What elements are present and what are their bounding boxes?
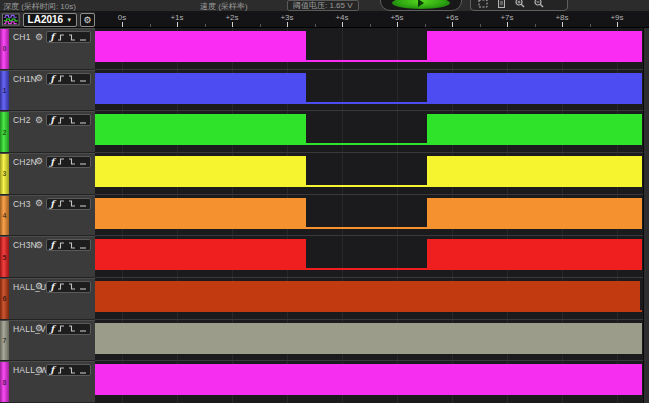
trigger-select-group[interactable]: ƒ <box>46 156 91 168</box>
channel-settings-gear-icon[interactable]: ⚙ <box>35 73 43 84</box>
trigger-falling-edge-icon[interactable] <box>68 199 76 208</box>
trigger-f-icon[interactable]: ƒ <box>50 324 54 334</box>
trigger-select-group[interactable]: ƒ <box>46 31 91 43</box>
channel-settings-gear-icon[interactable]: ⚙ <box>35 115 43 126</box>
channel-settings-gear-icon[interactable]: ⚙ <box>35 323 43 334</box>
trigger-low-level-icon[interactable] <box>79 282 87 291</box>
trigger-low-level-icon[interactable] <box>79 366 87 375</box>
trigger-rising-edge-icon[interactable] <box>57 282 65 291</box>
trigger-rising-edge-icon[interactable] <box>57 241 65 250</box>
trigger-f-icon[interactable]: ƒ <box>50 115 54 125</box>
channel-header-icons: ⚙ƒ <box>35 73 91 85</box>
waveform-lane[interactable] <box>95 111 643 153</box>
trigger-falling-edge-icon[interactable] <box>68 366 76 375</box>
device-settings-button[interactable]: ⚙ <box>80 13 95 27</box>
signal-high-segment <box>95 364 642 395</box>
trigger-falling-edge-icon[interactable] <box>68 33 76 42</box>
time-ruler[interactable]: 0s+1s+2s+3s+4s+5s+6s+7s+8s+9s <box>95 12 649 28</box>
trigger-falling-edge-icon[interactable] <box>68 324 76 333</box>
trigger-low-level-icon[interactable] <box>79 324 87 333</box>
ruler-major-tick <box>232 22 233 27</box>
waveform-lane[interactable] <box>95 195 643 237</box>
signal-high-segment <box>427 239 642 270</box>
signal-low-segment <box>306 102 427 104</box>
trigger-rising-edge-icon[interactable] <box>57 324 65 333</box>
channel-settings-gear-icon[interactable]: ⚙ <box>35 240 43 251</box>
trigger-select-group[interactable]: ƒ <box>46 281 91 293</box>
waveform-lane[interactable] <box>95 278 643 320</box>
trigger-select-group[interactable]: ƒ <box>46 364 91 376</box>
zoom-in-icon[interactable] <box>515 0 525 8</box>
trigger-f-icon[interactable]: ƒ <box>50 240 54 250</box>
trigger-select-group[interactable]: ƒ <box>46 73 91 85</box>
trigger-falling-edge-icon[interactable] <box>68 74 76 83</box>
channel-number: 1 <box>3 87 7 94</box>
channel-header: 8HALL_W⚙ƒ <box>0 361 95 403</box>
trigger-rising-edge-icon[interactable] <box>57 157 65 166</box>
channel-header-icons: ⚙ƒ <box>35 323 91 335</box>
trigger-f-icon[interactable]: ƒ <box>50 199 54 209</box>
trigger-f-icon[interactable]: ƒ <box>50 74 54 84</box>
trigger-f-icon[interactable]: ƒ <box>50 32 54 42</box>
trigger-f-icon[interactable]: ƒ <box>50 282 54 292</box>
trigger-rising-edge-icon[interactable] <box>57 199 65 208</box>
waveform-lane[interactable] <box>95 28 643 70</box>
channel-color-strip: 7 <box>0 321 9 361</box>
scrollbar-thumb[interactable] <box>644 28 649 403</box>
ruler-tick-label: +8s <box>555 13 568 22</box>
selection-box-icon[interactable] <box>478 0 488 8</box>
trigger-falling-edge-icon[interactable] <box>68 116 76 125</box>
channel-number: 3 <box>3 170 7 177</box>
trigger-rising-edge-icon[interactable] <box>57 366 65 375</box>
channel-settings-gear-icon[interactable]: ⚙ <box>35 198 43 209</box>
channel-settings-gear-icon[interactable]: ⚙ <box>35 365 43 376</box>
threshold-voltage-field[interactable]: 阈值电压: 1.65 V <box>287 0 359 11</box>
start-capture-button[interactable] <box>380 0 462 11</box>
trigger-low-level-icon[interactable] <box>79 199 87 208</box>
trigger-select-group[interactable]: ƒ <box>46 114 91 126</box>
channel-header-icons: ⚙ƒ <box>35 156 91 168</box>
waveform-lane[interactable] <box>95 236 643 278</box>
trigger-rising-edge-icon[interactable] <box>57 74 65 83</box>
trigger-falling-edge-icon[interactable] <box>68 282 76 291</box>
export-document-icon[interactable] <box>497 0 506 8</box>
vertical-scrollbar[interactable] <box>643 28 649 403</box>
waveform-lane[interactable] <box>95 320 643 362</box>
waveform-lane[interactable] <box>95 70 643 112</box>
trigger-select-group[interactable]: ƒ <box>46 198 91 210</box>
channel-settings-gear-icon[interactable]: ⚙ <box>35 281 43 292</box>
ruler-tick-label: +1s <box>170 13 183 22</box>
ruler-minor-tick <box>370 24 371 27</box>
trigger-low-level-icon[interactable] <box>79 241 87 250</box>
trigger-low-level-icon[interactable] <box>79 157 87 166</box>
trigger-f-icon[interactable]: ƒ <box>50 157 54 167</box>
trigger-low-level-icon[interactable] <box>79 116 87 125</box>
ruler-minor-tick <box>205 24 206 27</box>
device-and-ruler-row: LA2016 ▼ ⚙ 0s+1s+2s+3s+4s+5s+6s+7s+8s+9s <box>0 12 649 28</box>
trigger-rising-edge-icon[interactable] <box>57 33 65 42</box>
trigger-select-group[interactable]: ƒ <box>46 239 91 251</box>
trigger-select-group[interactable]: ƒ <box>46 323 91 335</box>
trigger-rising-edge-icon[interactable] <box>57 116 65 125</box>
logic-analyzer-app: 深度 (采样时间: 10s) 速度 (采样率) 阈值电压: 1.65 V <box>0 0 649 403</box>
channel-settings-gear-icon[interactable]: ⚙ <box>35 32 43 43</box>
sample-rate-label: 速度 (采样率) <box>200 1 248 12</box>
waveform-lane[interactable] <box>95 361 643 403</box>
trigger-falling-edge-icon[interactable] <box>68 241 76 250</box>
channel-color-strip: 3 <box>0 154 9 194</box>
zoom-out-icon[interactable] <box>534 0 544 8</box>
ruler-tick-label: +3s <box>280 13 293 22</box>
trigger-f-icon[interactable]: ƒ <box>50 365 54 375</box>
ruler-minor-tick <box>315 24 316 27</box>
trigger-low-level-icon[interactable] <box>79 33 87 42</box>
channel-name: CH3N <box>13 240 37 250</box>
channel-header-icons: ⚙ƒ <box>35 31 91 43</box>
waveform-lane[interactable] <box>95 153 643 195</box>
channel-settings-gear-icon[interactable]: ⚙ <box>35 156 43 167</box>
signal-high-segment <box>95 156 306 187</box>
ruler-major-tick <box>122 22 123 27</box>
device-select-dropdown[interactable]: LA2016 ▼ <box>23 13 78 27</box>
trigger-low-level-icon[interactable] <box>79 74 87 83</box>
trigger-falling-edge-icon[interactable] <box>68 157 76 166</box>
waveform-area[interactable] <box>95 28 643 403</box>
